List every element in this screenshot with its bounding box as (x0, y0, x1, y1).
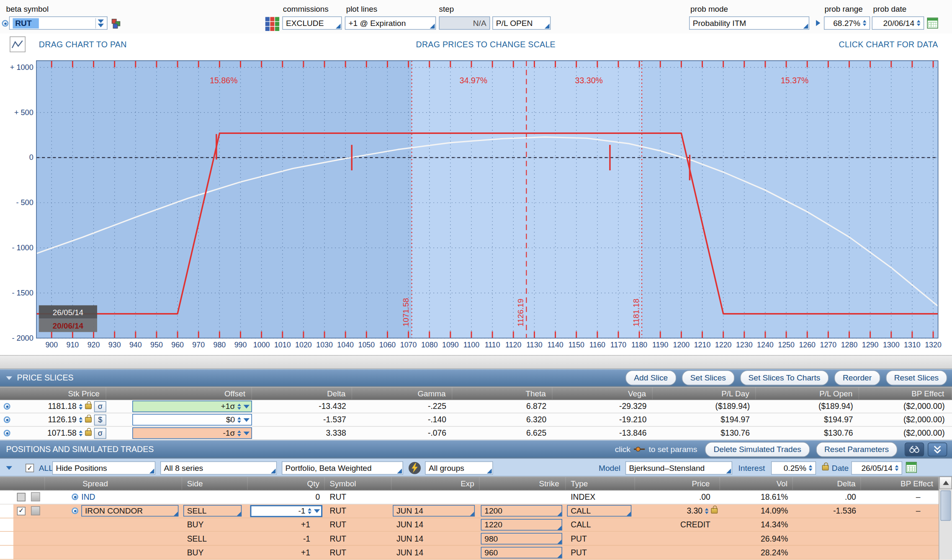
lock-icon[interactable] (711, 508, 718, 514)
slice-offset-input[interactable]: +1σ (132, 401, 252, 412)
step-down-icon[interactable] (79, 407, 83, 409)
risk-profile-chart[interactable]: 1071.581126.191181.1815.86%34.97%33.30%1… (0, 55, 952, 355)
slices-col-p-l-day[interactable]: P/L Day (653, 387, 756, 399)
dropdown-arrow-icon[interactable] (244, 405, 250, 408)
price-value[interactable]: 3.30 (687, 506, 702, 516)
beta-symbol-combobox[interactable]: RUT (9, 16, 108, 30)
stepper-icon[interactable] (79, 403, 83, 410)
step-down-icon[interactable] (79, 434, 83, 436)
row-radio-icon[interactable] (72, 508, 78, 514)
weighting-select[interactable]: Portfolio, Beta Weighted (282, 461, 403, 475)
commissions-select[interactable]: EXCLUDE (282, 16, 342, 30)
slices-col-theta[interactable]: Theta (452, 387, 552, 399)
row-radio-icon[interactable] (72, 494, 78, 501)
groups-select[interactable]: All groups (425, 461, 493, 475)
button-set-slices[interactable]: Set Slices (682, 370, 735, 385)
step-up-icon[interactable] (237, 403, 241, 406)
slices-col-gamma[interactable]: Gamma (352, 387, 452, 399)
pos-col-bp-effect[interactable]: BP Effect (861, 477, 939, 490)
strike-select[interactable]: 1220 (481, 519, 562, 531)
spread-select[interactable]: IRON CONDOR (81, 505, 178, 517)
step-down-icon[interactable] (237, 434, 241, 436)
slice-offset-input[interactable]: $0 (132, 414, 252, 426)
date-input[interactable]: 26/05/14 (851, 461, 902, 475)
hide-positions-select[interactable]: Hide Positions (52, 461, 156, 475)
strike-select[interactable]: 980 (481, 533, 562, 545)
slice-price-value[interactable]: 1126.19 (48, 415, 76, 424)
expand-all-icon[interactable] (928, 442, 947, 456)
slice-offset-input[interactable]: -1σ (132, 427, 252, 439)
step-up-icon[interactable] (79, 430, 83, 433)
stepper-icon[interactable] (308, 508, 311, 514)
interest-lock-icon[interactable] (822, 465, 829, 470)
button-reset-slices[interactable]: Reset Slices (885, 370, 947, 385)
beta-weighting-icon[interactable] (112, 19, 121, 28)
slice-radio-icon[interactable] (4, 416, 10, 423)
price-slices-header[interactable]: PRICE SLICES Add SliceSet SlicesSet Slic… (0, 369, 952, 387)
dropdown-arrow-icon[interactable] (244, 431, 250, 435)
beta-symbol-radio-icon[interactable] (2, 20, 8, 27)
splitter[interactable] (0, 355, 952, 369)
pos-col-delta[interactable]: Delta (793, 477, 861, 490)
pos-col-strike[interactable]: Strike (480, 477, 566, 490)
symbol-dropdown-icon[interactable] (95, 18, 106, 28)
slice-radio-icon[interactable] (4, 430, 10, 437)
stepper-icon[interactable] (895, 465, 899, 471)
spread-name[interactable]: IND (81, 493, 95, 502)
lock-icon[interactable] (85, 403, 92, 409)
step-down-icon[interactable] (237, 420, 241, 423)
step-down-icon[interactable] (705, 511, 709, 514)
stepper-icon[interactable] (237, 403, 241, 410)
stepper-icon[interactable] (863, 20, 867, 26)
strike-select[interactable]: 1200 (481, 505, 562, 517)
model-select[interactable]: Bjerksund–Stensland (625, 461, 732, 475)
pos-col-exp[interactable]: Exp (391, 477, 479, 490)
row-checkbox[interactable] (17, 493, 26, 501)
pos-col-qty[interactable]: Qty (248, 477, 325, 490)
stepper-icon[interactable] (917, 20, 921, 26)
calendar-icon[interactable] (927, 18, 938, 28)
pos-col-vol[interactable]: Vol (720, 477, 793, 490)
slices-col-offset[interactable]: Offset (106, 387, 252, 399)
button-add-slice[interactable]: Add Slice (625, 370, 676, 385)
step-up-icon[interactable] (79, 403, 83, 406)
button-set-slices-to-charts[interactable]: Set Slices To Charts (740, 370, 828, 385)
side-select[interactable]: SELL (183, 505, 242, 517)
slice-mode-button[interactable]: $ (94, 414, 106, 425)
prob-mode-select[interactable]: Probability ITM (689, 16, 809, 30)
pos-col-symbol[interactable]: Symbol (325, 477, 392, 490)
prob-date-input[interactable]: 20/06/14 (872, 16, 924, 30)
group-color-icon[interactable] (31, 493, 40, 502)
row-checkbox[interactable] (17, 507, 26, 515)
slice-price-value[interactable]: 1181.18 (48, 402, 76, 411)
positions-calendar-icon[interactable] (906, 462, 917, 473)
button-reorder[interactable]: Reorder (834, 370, 880, 385)
step-down-icon[interactable] (79, 420, 83, 423)
stepper-icon[interactable] (237, 430, 241, 437)
stepper-icon[interactable] (705, 508, 709, 514)
slices-col-vega[interactable]: Vega (553, 387, 653, 399)
button-reset-parameters[interactable]: Reset Parameters (816, 442, 898, 457)
prob-expand-icon[interactable] (816, 20, 820, 26)
positions-scrollbar[interactable] (939, 476, 952, 560)
chart-style-icon[interactable] (10, 36, 26, 52)
pos-col-spread[interactable]: Spread (45, 477, 182, 490)
interest-input[interactable]: 0.25% (771, 461, 816, 475)
slices-col-p-l-open[interactable]: P/L Open (756, 387, 859, 399)
quick-action-icon[interactable] (408, 461, 422, 475)
all-checkbox[interactable] (26, 464, 34, 472)
scroll-up-icon[interactable] (939, 476, 952, 489)
exp-select[interactable]: JUN 14 (393, 505, 475, 517)
commissions-grid-icon[interactable] (265, 17, 279, 31)
lock-icon[interactable] (85, 417, 92, 422)
plot-lines-select[interactable]: +1 @ Expiration (345, 16, 436, 30)
scrollbar-thumb[interactable] (940, 491, 951, 521)
step-up-icon[interactable] (308, 508, 311, 510)
collapse-positions-icon[interactable] (6, 466, 13, 470)
prob-range-input[interactable]: 68.27% (824, 16, 870, 30)
step-up-icon[interactable] (705, 508, 709, 510)
pl-style-select[interactable]: P/L OPEN (492, 16, 551, 30)
step-up-icon[interactable] (237, 417, 241, 419)
pos-col-type[interactable]: Type (566, 477, 635, 490)
stepper-icon[interactable] (79, 417, 83, 423)
